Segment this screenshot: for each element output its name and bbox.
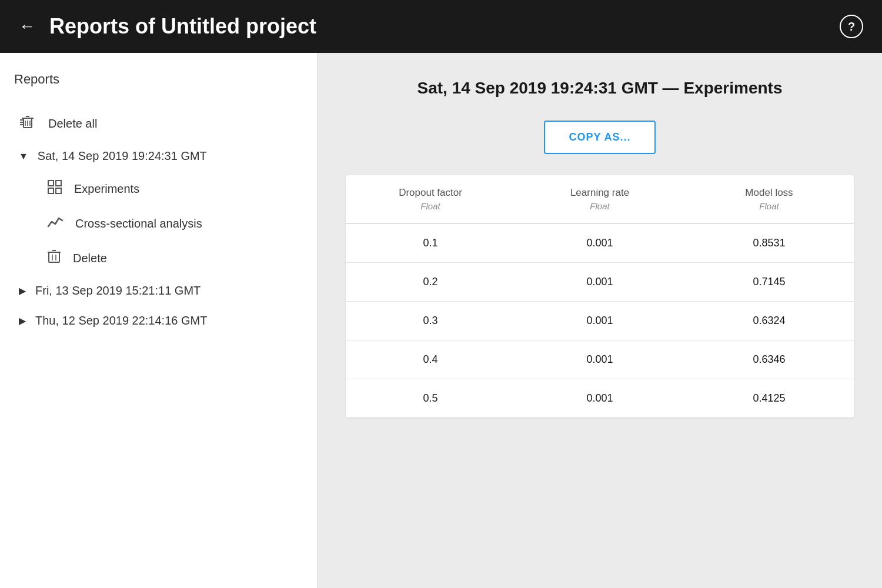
col-name-dropout: Dropout factor bbox=[355, 187, 506, 199]
content-area: Sat, 14 Sep 2019 19:24:31 GMT — Experime… bbox=[318, 53, 882, 588]
sidebar: Reports Delete all ▼ bbox=[0, 53, 318, 588]
main-layout: Reports Delete all ▼ bbox=[0, 53, 882, 588]
page-title: Reports of Untitled project bbox=[49, 14, 316, 39]
cell-dropout-0: 0.1 bbox=[346, 224, 515, 262]
tree-label-2: Thu, 12 Sep 2019 22:14:16 GMT bbox=[35, 314, 207, 328]
table-row: 0.2 0.001 0.7145 bbox=[346, 263, 854, 302]
grid-icon bbox=[47, 179, 62, 198]
cell-loss-4: 0.4125 bbox=[684, 379, 854, 417]
tree-arrow-2: ▶ bbox=[19, 315, 26, 326]
tree-arrow-0: ▼ bbox=[19, 151, 28, 162]
svg-rect-12 bbox=[56, 188, 61, 193]
tree-item-0[interactable]: ▼ Sat, 14 Sep 2019 19:24:31 GMT bbox=[14, 141, 303, 171]
col-type-dropout: Float bbox=[355, 201, 506, 211]
cell-lr-4: 0.001 bbox=[515, 379, 684, 417]
svg-rect-9 bbox=[48, 181, 54, 186]
cell-lr-2: 0.001 bbox=[515, 302, 684, 340]
cross-sectional-label: Cross-sectional analysis bbox=[75, 217, 202, 230]
col-header-loss: Model loss Float bbox=[684, 175, 854, 223]
tree-children-0: Experiments Cross-sectional analysis bbox=[42, 171, 303, 276]
trash-icon bbox=[47, 249, 61, 268]
table-row: 0.5 0.001 0.4125 bbox=[346, 379, 854, 417]
tree-item-1[interactable]: ▶ Fri, 13 Sep 2019 15:21:11 GMT bbox=[14, 276, 303, 306]
sidebar-item-experiments[interactable]: Experiments bbox=[42, 171, 303, 206]
cell-dropout-4: 0.5 bbox=[346, 379, 515, 417]
experiments-label: Experiments bbox=[74, 182, 139, 196]
cell-dropout-2: 0.3 bbox=[346, 302, 515, 340]
cell-loss-3: 0.6346 bbox=[684, 340, 854, 379]
back-button[interactable]: ← bbox=[19, 18, 35, 35]
header-left: ← Reports of Untitled project bbox=[19, 14, 316, 39]
col-type-loss: Float bbox=[694, 201, 844, 211]
col-header-dropout: Dropout factor Float bbox=[346, 175, 515, 223]
content-title: Sat, 14 Sep 2019 19:24:31 GMT — Experime… bbox=[346, 76, 854, 99]
cell-lr-1: 0.001 bbox=[515, 263, 684, 301]
cell-dropout-1: 0.2 bbox=[346, 263, 515, 301]
experiments-table: Dropout factor Float Learning rate Float… bbox=[346, 175, 854, 417]
cell-loss-0: 0.8531 bbox=[684, 224, 854, 262]
col-name-loss: Model loss bbox=[694, 187, 844, 199]
chart-icon bbox=[47, 215, 64, 232]
delete-all-label: Delete all bbox=[48, 117, 97, 131]
tree-item-2[interactable]: ▶ Thu, 12 Sep 2019 22:14:16 GMT bbox=[14, 306, 303, 336]
cell-lr-3: 0.001 bbox=[515, 340, 684, 379]
delete-label: Delete bbox=[73, 252, 107, 265]
cell-loss-1: 0.7145 bbox=[684, 263, 854, 301]
copy-as-button[interactable]: COPY AS... bbox=[544, 121, 655, 154]
table-header: Dropout factor Float Learning rate Float… bbox=[346, 175, 854, 224]
app-header: ← Reports of Untitled project ? bbox=[0, 0, 882, 53]
tree-arrow-1: ▶ bbox=[19, 285, 26, 296]
sidebar-item-delete[interactable]: Delete bbox=[42, 240, 303, 276]
cell-loss-2: 0.6324 bbox=[684, 302, 854, 340]
sidebar-section-title: Reports bbox=[14, 72, 303, 87]
svg-rect-11 bbox=[48, 188, 54, 193]
svg-rect-10 bbox=[56, 181, 61, 186]
tree-label-1: Fri, 13 Sep 2019 15:21:11 GMT bbox=[35, 284, 201, 298]
table-body: 0.1 0.001 0.8531 0.2 0.001 0.7145 0.3 0.… bbox=[346, 224, 854, 417]
table-row: 0.1 0.001 0.8531 bbox=[346, 224, 854, 263]
sidebar-item-cross-sectional[interactable]: Cross-sectional analysis bbox=[42, 206, 303, 240]
col-header-lr: Learning rate Float bbox=[515, 175, 684, 223]
table-row: 0.4 0.001 0.6346 bbox=[346, 340, 854, 379]
cell-dropout-3: 0.4 bbox=[346, 340, 515, 379]
help-button[interactable]: ? bbox=[840, 15, 863, 38]
col-name-lr: Learning rate bbox=[524, 187, 675, 199]
col-type-lr: Float bbox=[524, 201, 675, 211]
sidebar-item-delete-all[interactable]: Delete all bbox=[14, 106, 303, 141]
table-row: 0.3 0.001 0.6324 bbox=[346, 302, 854, 340]
svg-rect-13 bbox=[49, 252, 59, 262]
delete-all-icon bbox=[19, 114, 36, 133]
cell-lr-0: 0.001 bbox=[515, 224, 684, 262]
tree-label-0: Sat, 14 Sep 2019 19:24:31 GMT bbox=[38, 149, 207, 163]
